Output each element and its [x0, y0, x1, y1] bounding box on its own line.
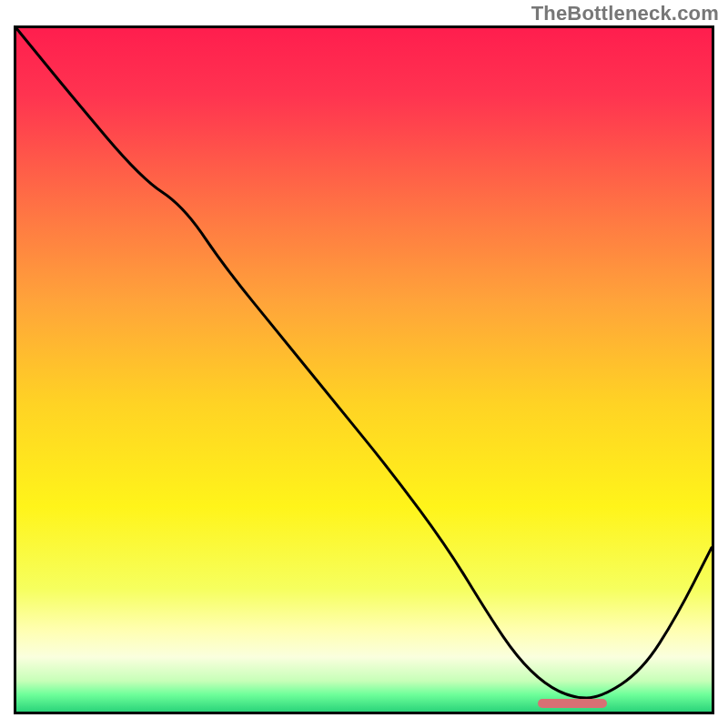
plot-area	[14, 25, 714, 714]
line-curve	[16, 28, 712, 712]
watermark-text: TheBottleneck.com	[531, 2, 719, 25]
chart-container: TheBottleneck.com	[0, 0, 728, 728]
optimal-marker	[538, 699, 607, 708]
